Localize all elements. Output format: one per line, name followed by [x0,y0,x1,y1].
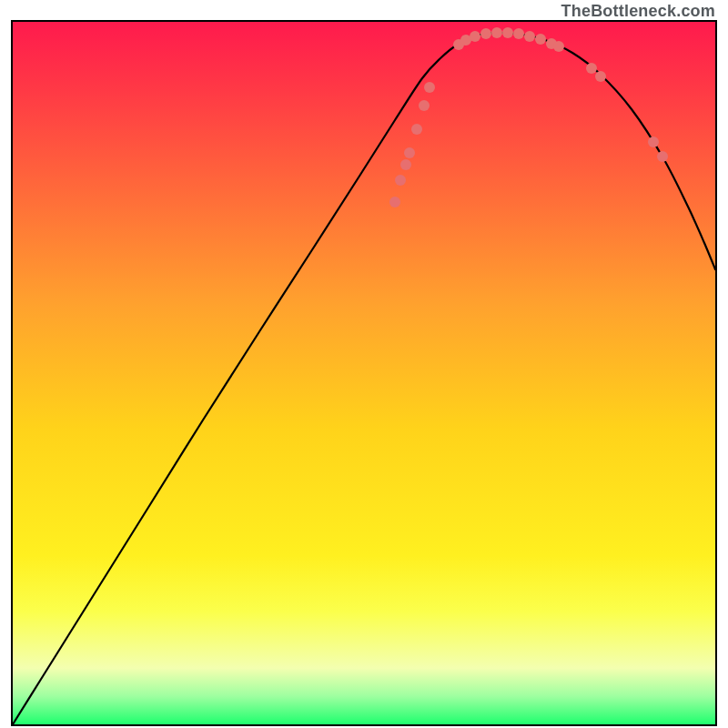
curve-marker [595,71,606,82]
curve-marker [470,31,480,42]
curve-marker [491,27,502,38]
curve-marker [657,151,668,162]
curve-marker [648,136,659,147]
curve-marker [400,159,411,170]
chart-frame [11,20,717,726]
bottleneck-curve [13,33,715,724]
curve-marker [480,28,491,39]
curve-marker [553,41,564,52]
curve-marker [502,27,513,38]
curve-marker [404,147,415,158]
curve-marker [389,197,400,207]
curve-marker [513,28,524,39]
curve-marker [395,175,406,186]
chart-svg [13,22,715,724]
curve-marker [419,100,430,111]
curve-marker [411,124,422,135]
curve-marker [524,31,535,42]
curve-marker [586,63,597,74]
curve-markers-group [389,27,668,207]
curve-marker [424,82,435,93]
attribution-text: TheBottleneck.com [561,2,715,21]
curve-marker [535,34,546,45]
